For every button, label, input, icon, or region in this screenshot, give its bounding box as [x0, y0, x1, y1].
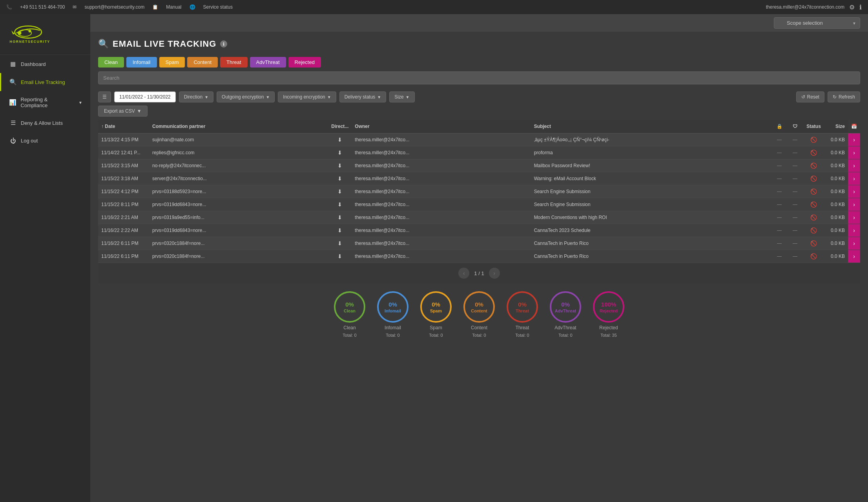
summary-circle-label-infomail: Infomail	[385, 309, 401, 313]
cell-owner: theresa.miller@24x7itco...	[352, 185, 531, 198]
col-header-partner[interactable]: Communication partner	[149, 120, 328, 133]
date-range-button[interactable]: 11/01/2022 - 11/30/2022	[114, 91, 176, 102]
table-row[interactable]: 11/16/22 2:22 AM prvs=0319dd6843=nore...…	[98, 224, 860, 237]
sidebar-item-deny-allow[interactable]: ☰ Deny & Allow Lists	[0, 114, 90, 132]
cell-action[interactable]: ›	[848, 172, 860, 185]
cell-action[interactable]: ›	[848, 133, 860, 146]
next-page-button[interactable]: ›	[489, 268, 500, 279]
summary-pct-advthreat: 0%	[561, 301, 570, 308]
delivery-status-button[interactable]: Delivery status ▼	[339, 91, 387, 102]
sidebar-item-logout[interactable]: ⏻ Log out	[0, 132, 90, 150]
search-bar	[98, 71, 860, 84]
summary-circle-advthreat: 0% AdvThreat	[550, 291, 581, 323]
cell-direction: ⬇	[328, 146, 352, 159]
info-icon-top[interactable]: ℹ	[859, 4, 862, 11]
summary-circle-content: 0% Content	[463, 291, 495, 323]
col-header-subject[interactable]: Subject	[531, 120, 771, 133]
toolbar: ☰ 11/01/2022 - 11/30/2022 Direction ▼ Ou…	[90, 88, 868, 106]
table-row[interactable]: 11/16/22 6:11 PM prvs=0320c1884f=nore...…	[98, 250, 860, 263]
email-icon: ✉	[73, 4, 77, 10]
incoming-enc-arrow-icon: ▼	[327, 95, 331, 99]
col-header-direction[interactable]: Direct...	[328, 120, 352, 133]
sidebar-item-email-live-tracking[interactable]: 🔍 Email Live Tracking	[0, 73, 90, 91]
summary-total-infomail: Total: 0	[386, 333, 399, 338]
table-row[interactable]: 11/15/22 3:18 AM server@24x7itconnectio.…	[98, 172, 860, 185]
summary-label-rejected: Rejected	[599, 325, 618, 330]
summary-item-threat[interactable]: 0% Threat Threat Total: 0	[507, 291, 538, 338]
tab-content[interactable]: Content	[187, 57, 218, 68]
cell-enc2: —	[787, 250, 803, 263]
list-view-button[interactable]: ☰	[98, 91, 111, 102]
summary-item-clean[interactable]: 0% Clean Clean Total: 0	[334, 291, 365, 338]
scope-wrapper: 👤 Scope selection	[774, 17, 860, 29]
cell-action[interactable]: ›	[848, 250, 860, 263]
cell-enc1: —	[771, 133, 787, 146]
cell-owner: theresa.miller@24x7itco...	[352, 146, 531, 159]
search-input[interactable]	[98, 71, 860, 84]
reset-button[interactable]: ↺ Reset	[796, 91, 824, 102]
tab-threat[interactable]: Threat	[220, 57, 248, 68]
cell-date: 11/15/22 4:12 PM	[98, 185, 149, 198]
table-row[interactable]: 11/13/22 4:15 PM sujinhan@nate.com ⬇ the…	[98, 133, 860, 146]
table-row[interactable]: 11/14/22 12:41 P... replies@igfnicc.com …	[98, 146, 860, 159]
cell-action[interactable]: ›	[848, 198, 860, 211]
sidebar-item-reporting[interactable]: 📊 Reporting & Compliance ▼	[0, 91, 90, 114]
cell-owner: theresa.miller@24x7itco...	[352, 224, 531, 237]
table-row[interactable]: 11/15/22 4:12 PM prvs=03188d5923=nore...…	[98, 185, 860, 198]
tab-spam[interactable]: Spam	[159, 57, 185, 68]
cell-action[interactable]: ›	[848, 185, 860, 198]
support-email[interactable]: support@hornetsecurity.com	[84, 4, 144, 10]
table-row[interactable]: 11/15/22 3:15 AM no-reply@24x7itconnec..…	[98, 159, 860, 172]
summary-circle-clean: 0% Clean	[334, 291, 365, 323]
cell-status: 🚫	[803, 198, 824, 211]
cell-action[interactable]: ›	[848, 159, 860, 172]
summary-label-infomail: Infomail	[385, 325, 401, 330]
prev-page-button[interactable]: ‹	[458, 268, 469, 279]
manual-link[interactable]: Manual	[166, 4, 181, 10]
col-header-size[interactable]: Size	[824, 120, 848, 133]
cell-action[interactable]: ›	[848, 224, 860, 237]
tab-advthreat[interactable]: AdvThreat	[250, 57, 286, 68]
tab-rejected[interactable]: Rejected	[288, 57, 321, 68]
summary-item-content[interactable]: 0% Content Content Total: 0	[463, 291, 495, 338]
cell-partner: prvs=0320c1884f=nore...	[149, 237, 328, 250]
tab-infomail[interactable]: Infomail	[126, 57, 157, 68]
table-row[interactable]: 11/15/22 8:11 PM prvs=0319dd6843=nore...…	[98, 198, 860, 211]
summary-item-advthreat[interactable]: 0% AdvThreat AdvThreat Total: 0	[550, 291, 581, 338]
summary-item-infomail[interactable]: 0% Infomail Infomail Total: 0	[377, 291, 408, 338]
sidebar-item-dashboard[interactable]: ▦ Dashboard	[0, 55, 90, 73]
direction-filter-button[interactable]: Direction ▼	[179, 91, 213, 102]
cell-action[interactable]: ›	[848, 211, 860, 224]
service-status-link[interactable]: Service status	[203, 4, 233, 10]
page-info-icon[interactable]: ℹ	[220, 40, 227, 47]
col-header-enc2[interactable]: 🛡	[787, 120, 803, 133]
cell-status: 🚫	[803, 250, 824, 263]
cell-size: 0.0 KB	[824, 146, 848, 159]
summary-item-rejected[interactable]: 100% Rejected Rejected Total: 35	[593, 291, 624, 338]
tab-clean[interactable]: Clean	[98, 57, 124, 68]
table-row[interactable]: 11/16/22 2:21 AM prvs=0319a9ed55=info...…	[98, 211, 860, 224]
outgoing-enc-button[interactable]: Outgoing encryption ▼	[217, 91, 275, 102]
cell-direction: ⬇	[328, 172, 352, 185]
cell-action[interactable]: ›	[848, 237, 860, 250]
col-header-date[interactable]: ↑ Date	[98, 120, 149, 133]
cell-direction: ⬇	[328, 224, 352, 237]
incoming-enc-button[interactable]: Incoming encryption ▼	[278, 91, 336, 102]
cell-owner: theresa.miller@24x7itco...	[352, 211, 531, 224]
summary-item-spam[interactable]: 0% Spam Spam Total: 0	[420, 291, 452, 338]
col-header-status[interactable]: Status	[803, 120, 824, 133]
refresh-button[interactable]: ↻ Refresh	[828, 91, 860, 102]
table-row[interactable]: 11/16/22 6:11 PM prvs=0320c1884f=nore...…	[98, 237, 860, 250]
cell-action[interactable]: ›	[848, 146, 860, 159]
scope-select[interactable]: Scope selection	[774, 17, 860, 29]
col-header-enc1[interactable]: 🔒	[771, 120, 787, 133]
export-csv-button[interactable]: Export as CSV ▼	[98, 106, 148, 117]
filter-tabs: Clean Infomail Spam Content Threat AdvTh…	[90, 53, 868, 71]
cell-partner: sujinhan@nate.com	[149, 133, 328, 146]
col-header-owner[interactable]: Owner	[352, 120, 531, 133]
logout-icon: ⏻	[9, 137, 17, 144]
gear-icon[interactable]: ⚙	[849, 4, 855, 11]
size-filter-button[interactable]: Size ▼	[389, 91, 414, 102]
size-label: Size	[394, 94, 403, 100]
incoming-enc-header-icon: 🛡	[793, 124, 797, 129]
